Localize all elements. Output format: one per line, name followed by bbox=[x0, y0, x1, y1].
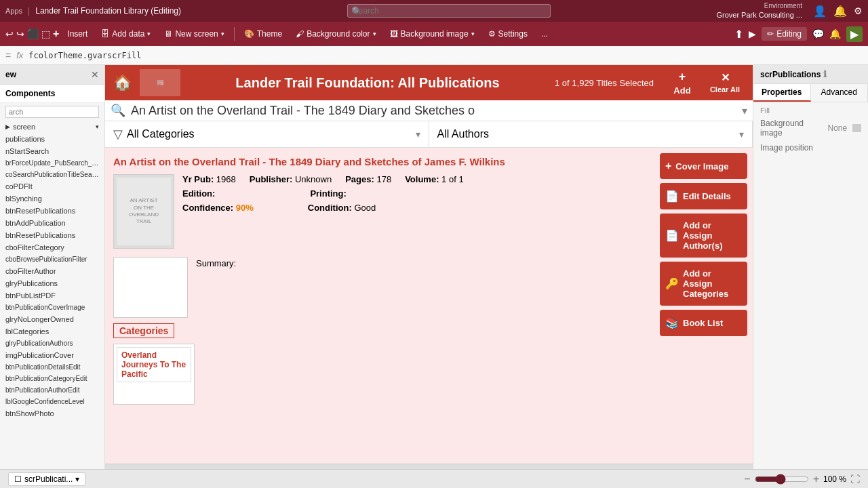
sidebar-item-cboBrowse[interactable]: cboBrowsePublicationFilter bbox=[0, 253, 104, 265]
bell-icon-menu[interactable]: 🔔 bbox=[829, 28, 841, 39]
sidebar-item-btnResetPubs2[interactable]: btnResetPublications bbox=[0, 229, 104, 241]
clear-icon: ✕ bbox=[721, 71, 730, 84]
left-sidebar: ew ✕ Components ▶ screen ▾ publications … bbox=[0, 65, 105, 469]
bottom-tab-chevron[interactable]: ▾ bbox=[75, 474, 79, 484]
book-cover: AN ARTISTON THEOVERLANDTRAIL bbox=[113, 174, 174, 249]
menu-icon-1[interactable]: ⬛ bbox=[27, 28, 39, 39]
theme-menu[interactable]: 🎨 Theme bbox=[239, 26, 288, 41]
edit-details-button[interactable]: 📄 Edit Details bbox=[660, 183, 747, 209]
sidebar-item-btnPubAuthorEdit[interactable]: btnPublicationAuthorEdit bbox=[0, 384, 104, 396]
category-item-overland[interactable]: Overland Journeys To The Pacific bbox=[117, 347, 191, 382]
sidebar-item-coPDFIt[interactable]: coPDFIt bbox=[0, 180, 104, 192]
filter-icon: ▽ bbox=[113, 127, 123, 142]
sidebar-item-btnPubCoverImg[interactable]: btnPublicationCoverImage bbox=[0, 302, 104, 313]
add-icon[interactable]: + bbox=[53, 28, 59, 40]
edit-details-icon: 📄 bbox=[665, 190, 679, 203]
home-icon[interactable]: 🏠 bbox=[113, 74, 132, 92]
play-icon[interactable]: ▶ bbox=[846, 26, 863, 42]
sidebar-item-cboFilterAuthor[interactable]: cboFilterAuthor bbox=[0, 265, 104, 277]
settings-menu[interactable]: ⚙ Settings bbox=[483, 26, 533, 41]
sidebar-item-publications[interactable]: publications bbox=[0, 133, 104, 145]
search-chevron-icon[interactable]: ▾ bbox=[742, 104, 747, 117]
bottom-tab-scrPublications[interactable]: ☐ scrPublicati... ▾ bbox=[8, 472, 85, 486]
info-icon[interactable]: ℹ bbox=[823, 69, 827, 79]
book-title: An Artist on the Overland Trail - The 18… bbox=[113, 156, 646, 167]
formula-value[interactable]: fcolorTheme.gvarscrFill bbox=[28, 51, 141, 60]
sidebar-item-glryNoLonger[interactable]: glryNoLongerOwned bbox=[0, 313, 104, 325]
chat-icon[interactable]: 💬 bbox=[812, 28, 824, 39]
add-data-menu[interactable]: 🗄 Add data ▾ bbox=[96, 26, 156, 41]
book-list-button[interactable]: 📚 Book List bbox=[660, 310, 747, 336]
apps-label[interactable]: Apps bbox=[5, 7, 22, 15]
fullscreen-button[interactable]: ⛶ bbox=[850, 474, 860, 485]
bg-image-value: None bbox=[828, 123, 848, 133]
undo-icon[interactable]: ↩ bbox=[5, 28, 14, 39]
sidebar-item-blSynching[interactable]: blSynching bbox=[0, 192, 104, 205]
titlebar-separator: | bbox=[28, 6, 30, 16]
sidebar-item-btnShowPhoto[interactable]: btnShowPhoto bbox=[0, 407, 104, 420]
bg-image-label: Background image bbox=[401, 29, 469, 39]
new-screen-menu[interactable]: 🖥 New screen ▾ bbox=[159, 26, 229, 41]
redo-icon[interactable]: ↪ bbox=[16, 28, 24, 39]
sidebar-item-brForceUpdate[interactable]: brForceUpdate_PubSearch_hdn bbox=[0, 157, 104, 169]
sidebar-item-btnPubCatEdit[interactable]: btnPublicationCategoryEdit bbox=[0, 373, 104, 384]
search-icon: 🔍 bbox=[351, 6, 362, 16]
sidebar-item-lblGoogleConf[interactable]: lblGoogleConfidenceLevel bbox=[0, 396, 104, 407]
publication-logo: 📰 bbox=[140, 69, 180, 96]
insert-menu[interactable]: Insert bbox=[62, 26, 93, 41]
add-button[interactable]: + Add bbox=[662, 66, 703, 100]
filter-categories[interactable]: ▽ All Categories ▾ bbox=[105, 121, 429, 147]
sidebar-item-nStartSearch[interactable]: nStartSearch bbox=[0, 145, 104, 157]
theme-icon: 🎨 bbox=[244, 29, 254, 39]
zoom-slider[interactable] bbox=[755, 474, 809, 485]
fill-label: Fill bbox=[753, 102, 868, 116]
bg-image-menu[interactable]: 🖼 Background image ▾ bbox=[384, 26, 480, 41]
clear-all-button[interactable]: ✕ Clear All bbox=[705, 66, 745, 100]
bell-icon[interactable]: 🔔 bbox=[833, 5, 847, 18]
settings-icon-titlebar[interactable]: ⚙ bbox=[854, 5, 863, 16]
add-assign-categories-button[interactable]: 🔑 Add or Assign Categories bbox=[660, 262, 747, 306]
menu-icon-2[interactable]: ⬚ bbox=[41, 28, 50, 39]
zoom-minus-button[interactable]: − bbox=[744, 473, 750, 485]
more-menu[interactable]: ... bbox=[536, 26, 553, 41]
bottombar: ☐ scrPublicati... ▾ − + 100 % ⛶ bbox=[0, 469, 868, 488]
filter-authors[interactable]: All Authors ▾ bbox=[429, 121, 753, 147]
share-icon[interactable]: ⬆ bbox=[734, 28, 743, 41]
bottom-tab-checkbox[interactable]: ☐ bbox=[14, 474, 22, 484]
zoom-plus-button[interactable]: + bbox=[813, 473, 819, 485]
bg-color-icon: 🖌 bbox=[296, 29, 304, 39]
sidebar-item-glryPubAuthors[interactable]: glryPublicationAuthors bbox=[0, 338, 104, 349]
sidebar-item-coSearch[interactable]: coSearchPublicationTitleSearch bbox=[0, 169, 104, 180]
add-authors-icon: 📄 bbox=[665, 229, 679, 242]
bg-color-menu[interactable]: 🖌 Background color ▾ bbox=[290, 26, 381, 41]
scrollbar[interactable] bbox=[105, 464, 753, 469]
sidebar-item-btnResetPubs[interactable]: btnResetPublications bbox=[0, 205, 104, 217]
sidebar-item-btnPubListPDF[interactable]: btnPubListPDF bbox=[0, 289, 104, 302]
titlebar-search-input[interactable] bbox=[347, 4, 551, 18]
editing-button[interactable]: ✏ Editing bbox=[762, 27, 807, 41]
main-layout: ew ✕ Components ▶ screen ▾ publications … bbox=[0, 65, 868, 469]
titlebar-icons: 👤 🔔 ⚙ bbox=[813, 5, 863, 18]
new-screen-chevron: ▾ bbox=[221, 30, 224, 37]
book-main: AN ARTISTON THEOVERLANDTRAIL Yr Pub: 196… bbox=[113, 174, 646, 249]
tab-properties[interactable]: Properties bbox=[753, 84, 811, 102]
add-assign-authors-button[interactable]: 📄 Add or Assign Author(s) bbox=[660, 214, 747, 258]
cover-image-button[interactable]: + Cover Image bbox=[660, 153, 747, 179]
publisher-item: Publisher: Unknown bbox=[250, 174, 332, 184]
sidebar-item-btnPubDetailsEdit[interactable]: btnPublicationDetailsEdit bbox=[0, 361, 104, 373]
sidebar-item-glryPubs[interactable]: glryPublications bbox=[0, 277, 104, 289]
close-icon[interactable]: ✕ bbox=[91, 69, 99, 80]
search-publication-input[interactable] bbox=[131, 104, 736, 118]
tab-advanced[interactable]: Advanced bbox=[811, 84, 869, 102]
sidebar-item-imgPubCover[interactable]: imgPublicationCover bbox=[0, 349, 104, 361]
sidebar-item-screen[interactable]: ▶ screen ▾ bbox=[0, 121, 104, 133]
account-icon[interactable]: 👤 bbox=[813, 5, 827, 18]
sidebar-search-input[interactable] bbox=[5, 106, 99, 118]
preview-icon[interactable]: ▶ bbox=[749, 28, 756, 39]
sidebar-item-lblCategories[interactable]: lblCategories bbox=[0, 325, 104, 338]
tab-advanced-label: Advanced bbox=[821, 87, 857, 97]
sidebar-item-btnAddPub[interactable]: btnAddPublication bbox=[0, 217, 104, 229]
sidebar-item-cboFilterCat[interactable]: cboFilterCategory bbox=[0, 241, 104, 253]
filter-categories-chevron: ▾ bbox=[416, 129, 420, 140]
image-position-label: Image position bbox=[760, 143, 813, 152]
